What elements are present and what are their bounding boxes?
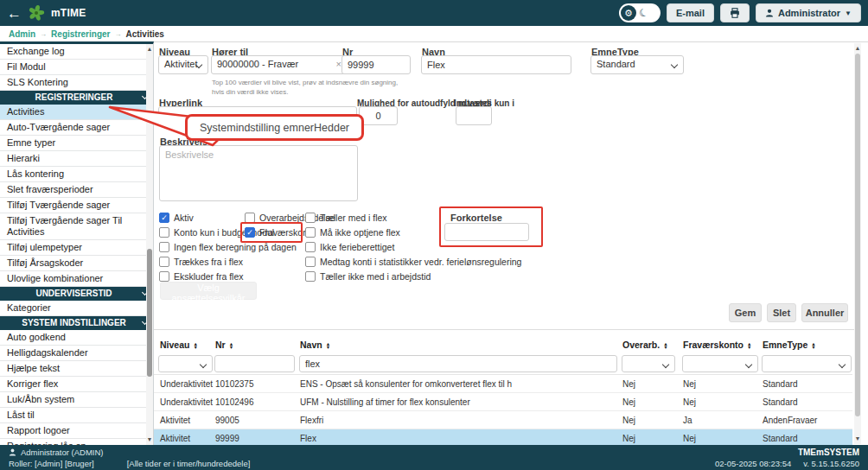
sidebar-item[interactable]: Tilføj ulempetyper [0,240,153,256]
sidebar-item[interactable]: Helligdagskalender [0,346,153,361]
checkbox[interactable]: ✓ [245,227,255,238]
scroll-down-icon[interactable]: ▼ [146,436,153,443]
table-row[interactable]: Underaktivitet10102496UFM - Nulstilling … [154,393,852,411]
indtastes-kun-i-input[interactable] [456,106,492,125]
scroll-up-icon[interactable]: ▲ [146,46,153,53]
sort-icon[interactable]: ▲▼ [747,342,751,350]
checkbox[interactable] [159,257,169,267]
sidebar-section-header[interactable]: UNDERVISERSTID [0,287,153,301]
scrollbar-thumb[interactable] [147,249,152,377]
print-button[interactable] [720,3,750,22]
forkortelse-input[interactable] [444,223,529,241]
vaelg-ansaettelsesvilkaar-button[interactable]: Vælg ansættelsesvilkår [160,282,257,300]
main-scrollbar[interactable]: ▲ ▼ [854,43,861,444]
annuller-button[interactable]: Annuller [801,303,848,322]
breadcrumb-link[interactable]: Registreringer [51,29,110,39]
checkbox-row[interactable]: Ingen flex beregning på dagen [159,242,297,252]
sidebar-item[interactable]: Auto godkend [0,330,153,346]
checkbox[interactable] [245,213,255,223]
column-header[interactable]: EmneType▲▼ [763,340,816,350]
checkbox[interactable] [305,242,316,252]
table-cell: UFM - Nulstilling af timer for flex kons… [300,397,470,407]
checkbox-row[interactable]: Ekskluder fra flex [159,271,297,282]
sidebar-item[interactable]: Slet fraværsperioder [0,182,153,198]
sidebar-scrollbar[interactable]: ▲ ▼ [146,44,153,445]
table-row[interactable]: Aktivitet99999FlexNejNejStandard [154,429,852,445]
email-button[interactable]: E-mail [667,3,714,22]
sort-icon[interactable]: ▲▼ [663,342,667,350]
checkbox[interactable] [159,242,169,252]
theme-toggle[interactable]: ⚙ ☾ [619,3,661,22]
sidebar-item[interactable]: Tilføj Årsagskoder [0,256,153,271]
checkbox-row[interactable]: Medtag konti i statistikker vedr. feriel… [305,257,521,267]
overarb-filter-select[interactable] [622,355,675,372]
niveau-select[interactable]: Aktivitet [158,55,208,74]
moon-icon[interactable]: ☾ [637,6,650,21]
niveau-filter-select[interactable] [158,355,213,372]
sidebar-item[interactable]: Korriger flex [0,377,153,392]
fravaerskonto-filter-select[interactable] [682,355,758,372]
sort-icon[interactable]: ▲▼ [193,342,197,350]
column-header[interactable]: Navn▲▼ [300,340,330,350]
checkbox[interactable] [159,227,169,238]
navn-input[interactable] [421,55,571,74]
sidebar-item[interactable]: SLS Kontering [0,75,153,91]
checkbox[interactable] [159,271,169,282]
sidebar-item[interactable]: Ulovlige kombinationer [0,271,153,287]
table-row[interactable]: Underaktivitet10102375ENS - Opsæt så kon… [154,375,852,393]
scroll-up-icon[interactable]: ▲ [854,45,861,52]
column-header[interactable]: Overarb.▲▼ [622,340,668,350]
checkbox-row[interactable]: Tæller ikke med i arbejdstid [305,271,521,282]
autoudfyld-input[interactable] [359,106,398,125]
checkbox[interactable] [305,227,316,238]
sidebar-item[interactable]: Registrering lås op [0,439,153,445]
nr-input[interactable] [341,55,411,74]
user-icon [9,448,16,456]
scroll-down-icon[interactable]: ▼ [854,435,861,442]
sidebar-item[interactable]: Fil Modul [0,60,153,75]
checkbox-label: Trækkes fra i flex [174,257,243,267]
scrollbar-thumb[interactable] [855,54,860,416]
beskrivelse-textarea[interactable] [159,145,358,201]
navn-filter-input[interactable] [299,355,617,372]
nr-filter-input[interactable] [214,355,295,372]
slet-button[interactable]: Slet [767,303,796,322]
sidebar-section-header[interactable]: REGISTRERINGER [0,91,153,105]
checkbox[interactable] [305,271,316,282]
user-menu-button[interactable]: Administrator ▼ [756,3,861,22]
sidebar-item[interactable]: Exchange log [0,44,153,60]
gem-button[interactable]: Gem [729,303,762,322]
column-header[interactable]: Nr▲▼ [215,340,233,350]
breadcrumb-link[interactable]: Admin [9,29,35,39]
hoerer-til-combo[interactable]: 90000000 - Fravær × [211,55,361,74]
sidebar-item[interactable]: Tilføj Tværgående sager [0,198,153,213]
section-divider [154,329,858,330]
table-row[interactable]: Aktivitet99005FlexfriNejJaAndenFravaer [154,411,852,429]
column-header[interactable]: Fraværskonto▲▼ [683,340,751,350]
sidebar-item[interactable]: Tilføj Tværgående sager Til Activities [0,213,153,240]
checkbox[interactable] [305,213,316,223]
sort-icon[interactable]: ▲▼ [326,342,330,350]
sidebar-item[interactable]: Auto-Tværgående sager [0,120,153,136]
sidebar-item[interactable]: Emne typer [0,136,153,151]
sidebar-item[interactable]: Hierarki [0,151,153,167]
checkbox[interactable]: ✓ [159,213,169,223]
checkbox-row[interactable]: Trækkes fra i flex [159,257,297,267]
sidebar-item[interactable]: Activities [0,105,153,120]
sort-icon[interactable]: ▲▼ [811,342,815,350]
checkbox[interactable] [305,257,316,267]
sidebar-item[interactable]: Lås kontering [0,167,153,182]
emnetype-select[interactable]: Standard [590,55,684,74]
gear-icon[interactable]: ⚙ [621,5,636,21]
checkbox-row[interactable]: Ikke ferieberettiget [305,242,521,252]
column-header[interactable]: Niveau▲▼ [160,340,198,350]
sort-icon[interactable]: ▲▼ [229,342,233,350]
sidebar-item[interactable]: Låst til [0,408,153,423]
sidebar-item[interactable]: Rapport logoer [0,423,153,439]
sidebar-item[interactable]: Kategorier [0,301,153,316]
back-icon[interactable]: ← [7,6,22,21]
sidebar-item[interactable]: Hjælpe tekst [0,361,153,377]
sidebar-item[interactable]: Luk/Åbn system [0,392,153,408]
emnetype-filter-select[interactable] [762,355,852,372]
sidebar-section-header[interactable]: SYSTEM INDSTILLINGER [0,316,153,330]
